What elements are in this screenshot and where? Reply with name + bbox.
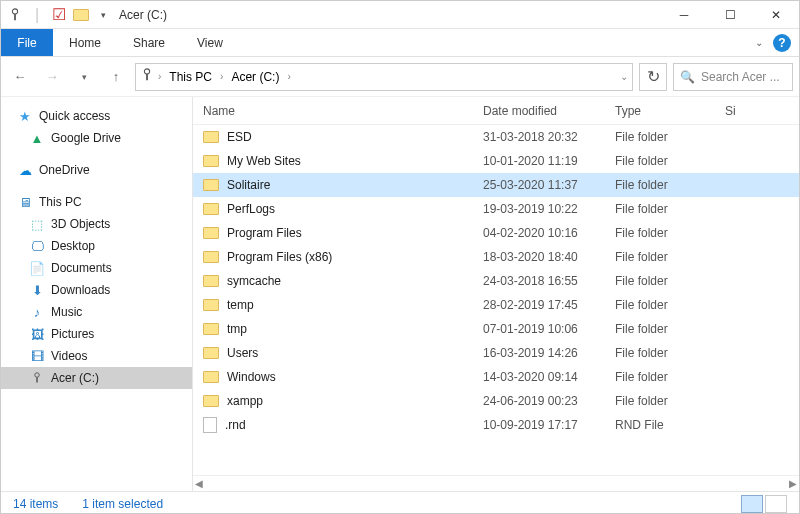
cloud-icon: ☁	[17, 162, 33, 178]
sidebar-item-this-pc[interactable]: 🖥This PC	[1, 191, 192, 213]
table-row[interactable]: ESD31-03-2018 20:32File folder	[193, 125, 799, 149]
table-row[interactable]: Program Files (x86)18-03-2020 18:40File …	[193, 245, 799, 269]
close-button[interactable]: ✕	[753, 1, 799, 29]
file-name: PerfLogs	[227, 202, 275, 216]
table-row[interactable]: Users16-03-2019 14:26File folder	[193, 341, 799, 365]
properties-icon[interactable]: ☑	[51, 7, 67, 23]
sidebar-label: This PC	[39, 195, 82, 209]
history-dropdown-icon[interactable]: ▾	[71, 64, 97, 90]
table-row[interactable]: tmp07-01-2019 10:06File folder	[193, 317, 799, 341]
folder-icon	[203, 251, 219, 263]
table-row[interactable]: Program Files04-02-2020 10:16File folder	[193, 221, 799, 245]
file-name: Windows	[227, 370, 276, 384]
file-name: Program Files	[227, 226, 302, 240]
download-icon: ⬇	[29, 282, 45, 298]
tab-share[interactable]: Share	[117, 29, 181, 56]
column-name[interactable]: Name	[203, 104, 483, 118]
file-name: ESD	[227, 130, 252, 144]
table-row[interactable]: symcache24-03-2018 16:55File folder	[193, 269, 799, 293]
back-button[interactable]: ←	[7, 64, 33, 90]
file-icon	[203, 417, 217, 433]
file-type: File folder	[615, 154, 725, 168]
folder-icon	[203, 227, 219, 239]
forward-button[interactable]: →	[39, 64, 65, 90]
file-type: File folder	[615, 130, 725, 144]
file-type: File folder	[615, 178, 725, 192]
crumb-drive[interactable]: Acer (C:)	[227, 70, 283, 84]
table-row[interactable]: .rnd10-09-2019 17:17RND File	[193, 413, 799, 437]
up-button[interactable]: ↑	[103, 64, 129, 90]
chevron-right-icon[interactable]: ›	[287, 71, 290, 82]
crumb-this-pc[interactable]: This PC	[165, 70, 216, 84]
file-name: Solitaire	[227, 178, 270, 192]
column-date[interactable]: Date modified	[483, 104, 615, 118]
tab-view[interactable]: View	[181, 29, 239, 56]
column-size[interactable]: Si	[725, 104, 799, 118]
sidebar-item-3d-objects[interactable]: ⬚3D Objects	[1, 213, 192, 235]
help-icon[interactable]: ?	[773, 34, 791, 52]
file-date: 07-01-2019 10:06	[483, 322, 615, 336]
address-bar[interactable]: › This PC › Acer (C:) › ⌄	[135, 63, 633, 91]
chevron-right-icon[interactable]: ›	[220, 71, 223, 82]
table-row[interactable]: xampp24-06-2019 00:23File folder	[193, 389, 799, 413]
folder-icon	[203, 203, 219, 215]
column-type[interactable]: Type	[615, 104, 725, 118]
pc-icon: 🖥	[17, 194, 33, 210]
sidebar-item-downloads[interactable]: ⬇Downloads	[1, 279, 192, 301]
file-type: RND File	[615, 418, 725, 432]
sidebar-item-quick-access[interactable]: ★Quick access	[1, 105, 192, 127]
file-type: File folder	[615, 298, 725, 312]
cube-icon: ⬚	[29, 216, 45, 232]
sidebar-label: Google Drive	[51, 131, 121, 145]
sidebar-label: Videos	[51, 349, 87, 363]
folder-qat-icon[interactable]	[73, 7, 89, 23]
divider-icon: |	[29, 7, 45, 23]
refresh-button[interactable]: ↻	[639, 63, 667, 91]
status-bar: 14 items 1 item selected	[1, 491, 799, 514]
table-row[interactable]: PerfLogs19-03-2019 10:22File folder	[193, 197, 799, 221]
qat-dropdown-icon[interactable]: ▾	[95, 7, 111, 23]
table-row[interactable]: Windows14-03-2020 09:14File folder	[193, 365, 799, 389]
title-bar: | ☑ ▾ Acer (C:) ─ ☐ ✕	[1, 1, 799, 29]
file-menu[interactable]: File	[1, 29, 53, 56]
chevron-right-icon[interactable]: ›	[158, 71, 161, 82]
status-selected-count: 1 item selected	[82, 497, 163, 511]
sidebar-item-documents[interactable]: 📄Documents	[1, 257, 192, 279]
drive-icon	[29, 370, 45, 386]
sidebar-item-drive-c[interactable]: Acer (C:)	[1, 367, 192, 389]
table-row[interactable]: My Web Sites10-01-2020 11:19File folder	[193, 149, 799, 173]
file-name: temp	[227, 298, 254, 312]
minimize-button[interactable]: ─	[661, 1, 707, 29]
ribbon: File Home Share View ⌄ ?	[1, 29, 799, 57]
sidebar-label: OneDrive	[39, 163, 90, 177]
folder-icon	[203, 155, 219, 167]
file-rows: ESD31-03-2018 20:32File folderMy Web Sit…	[193, 125, 799, 475]
horizontal-scrollbar[interactable]: ◀▶	[193, 475, 799, 491]
sidebar-item-pictures[interactable]: 🖼Pictures	[1, 323, 192, 345]
svg-point-4	[35, 373, 40, 378]
sidebar-item-google-drive[interactable]: ▲Google Drive	[1, 127, 192, 149]
ribbon-expand-icon[interactable]: ⌄	[755, 37, 763, 48]
sidebar-item-music[interactable]: ♪Music	[1, 301, 192, 323]
tab-home[interactable]: Home	[53, 29, 117, 56]
maximize-button[interactable]: ☐	[707, 1, 753, 29]
file-type: File folder	[615, 394, 725, 408]
column-headers: Name Date modified Type Si	[193, 97, 799, 125]
sidebar-label: Desktop	[51, 239, 95, 253]
sidebar-item-onedrive[interactable]: ☁OneDrive	[1, 159, 192, 181]
svg-point-2	[144, 69, 149, 74]
view-large-icons-button[interactable]	[765, 495, 787, 513]
table-row[interactable]: Solitaire25-03-2020 11:37File folder	[193, 173, 799, 197]
address-dropdown-icon[interactable]: ⌄	[620, 71, 628, 82]
sidebar-label: Acer (C:)	[51, 371, 99, 385]
folder-icon	[203, 179, 219, 191]
table-row[interactable]: temp28-02-2019 17:45File folder	[193, 293, 799, 317]
file-date: 31-03-2018 20:32	[483, 130, 615, 144]
sidebar-item-desktop[interactable]: 🖵Desktop	[1, 235, 192, 257]
sidebar-item-videos[interactable]: 🎞Videos	[1, 345, 192, 367]
file-date: 18-03-2020 18:40	[483, 250, 615, 264]
file-date: 16-03-2019 14:26	[483, 346, 615, 360]
view-details-button[interactable]	[741, 495, 763, 513]
file-name: My Web Sites	[227, 154, 301, 168]
search-input[interactable]: 🔍 Search Acer ...	[673, 63, 793, 91]
